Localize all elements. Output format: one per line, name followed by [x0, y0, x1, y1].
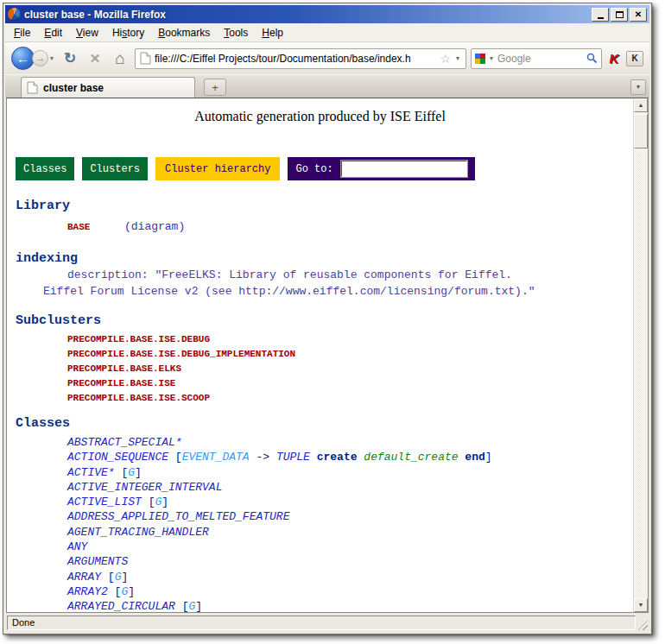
page-title: Automatic generation produced by ISE Eif… [7, 98, 633, 124]
k-extension-button[interactable]: K [626, 51, 643, 66]
search-engine-dropdown[interactable]: ▾ [488, 54, 495, 62]
class-link[interactable]: ADDRESS_APPLIED_TO_MELTED_FEATURE [67, 510, 289, 523]
class-list: ABSTRACT_SPECIAL*ACTION_SEQUENCE [EVENT_… [7, 435, 633, 612]
history-dropdown-button[interactable]: ▾ [48, 54, 55, 62]
clusters-nav-button[interactable]: Clusters [82, 157, 148, 180]
code-segment: ] [195, 600, 202, 612]
scrollbar-thumb[interactable] [634, 114, 648, 148]
forward-button[interactable]: → [32, 50, 48, 66]
scroll-down-button[interactable]: ▼ [634, 598, 648, 612]
code-segment: EVENT_DATA [182, 451, 250, 464]
firefox-window: cluster base - Mozilla Firefox ✕ FileEdi… [3, 3, 652, 635]
code-segment: [ [101, 571, 115, 584]
url-text[interactable]: file:///C:/Eiffel Projects/tour/Document… [155, 53, 436, 65]
kaspersky-icon[interactable]: K [606, 51, 622, 66]
maximize-icon [616, 11, 624, 18]
library-heading: Library [7, 199, 633, 213]
class-link[interactable]: ABSTRACT_SPECIAL* [67, 436, 182, 449]
class-link[interactable]: ARRAYED_CIRCULAR [67, 600, 175, 612]
back-button[interactable]: ← [11, 47, 35, 70]
goto-input[interactable] [341, 161, 467, 177]
class-link[interactable]: ACTIVE* [67, 466, 115, 479]
code-segment: [ [115, 466, 129, 479]
home-button[interactable]: ⌂ [110, 48, 130, 69]
menu-item[interactable]: Bookmarks [151, 24, 217, 41]
search-input[interactable] [497, 53, 584, 65]
goto-label: Go to: [295, 163, 332, 175]
reload-icon: ↻ [64, 49, 76, 67]
menu-item[interactable]: History [105, 24, 151, 41]
scrollbar-track[interactable] [634, 112, 648, 598]
back-forward-cluster: ← → ▾ [11, 47, 55, 70]
resize-grip[interactable] [636, 619, 648, 630]
magnifier-icon[interactable] [586, 53, 598, 64]
minimize-icon [598, 17, 604, 19]
minimize-button[interactable] [592, 8, 609, 22]
window-titlebar[interactable]: cluster base - Mozilla Firefox ✕ [5, 5, 649, 23]
cluster-hierarchy-nav-button[interactable]: Cluster hierarchy [155, 157, 280, 180]
scroll-up-button[interactable]: ▲ [634, 98, 648, 112]
close-icon: ✕ [635, 10, 642, 19]
google-icon[interactable] [475, 54, 485, 64]
class-link[interactable]: ARRAY [67, 571, 101, 584]
desktop-background: cluster base - Mozilla Firefox ✕ FileEdi… [0, 0, 665, 644]
vertical-scrollbar[interactable]: ▲ ▼ [633, 98, 648, 612]
status-text: Done [7, 616, 636, 630]
firefox-icon [8, 8, 21, 21]
menu-item[interactable]: View [69, 24, 105, 41]
reload-button[interactable]: ↻ [60, 48, 80, 69]
library-row: BASE (diagram) [7, 218, 633, 234]
page-content: Automatic generation produced by ISE Eif… [7, 98, 633, 612]
class-link[interactable]: ACTIVE_INTEGER_INTERVAL [67, 481, 222, 494]
class-list-item: ACTIVE_LIST [G] [7, 495, 633, 509]
tab-list-dropdown-button[interactable]: ▾ [630, 79, 646, 95]
library-name-link[interactable]: BASE [67, 222, 90, 232]
class-link[interactable]: ARGUMENTS [67, 555, 128, 568]
class-link[interactable]: ACTION_SEQUENCE [67, 451, 168, 464]
subcluster-link[interactable]: PRECOMPILE.BASE.ISE.DEBUG [7, 332, 633, 347]
code-segment: ] [162, 496, 168, 508]
code-segment: ] [135, 466, 142, 479]
tab-cluster-base[interactable]: cluster base [21, 77, 195, 98]
code-segment: ] [485, 451, 492, 464]
new-tab-button[interactable]: + [204, 79, 226, 96]
code-segment: default_create [364, 451, 458, 464]
class-list-item: ARRAY [G] [7, 570, 633, 584]
indexing-description-line1: description: "FreeELKS: Library of reusa… [7, 268, 633, 282]
page-icon [140, 52, 151, 65]
tab-page-icon [27, 81, 38, 94]
subcluster-link[interactable]: PRECOMPILE.BASE.ISE.SCOOP [7, 391, 633, 406]
class-list-item: AGENT_TRACING_HANDLER [7, 525, 633, 540]
code-segment: create [317, 451, 358, 464]
tab-label: cluster base [43, 82, 104, 94]
class-link[interactable]: ARRAY2 [67, 585, 108, 598]
indexing-description-line2: Eiffel Forum License v2 (see http://www.… [7, 285, 633, 299]
status-bar: Done [5, 613, 649, 632]
menu-item[interactable]: Help [255, 24, 290, 41]
menu-item[interactable]: File [7, 24, 37, 41]
navigation-toolbar: ← → ▾ ↻ ✕ ⌂ file:///C:/Eiffel Projects/t… [5, 42, 649, 74]
menu-item[interactable]: Edit [37, 24, 69, 41]
subcluster-link[interactable]: PRECOMPILE.BASE.ELKS [7, 362, 633, 376]
code-segment: ] [128, 585, 135, 598]
search-box[interactable]: ▾ [471, 48, 602, 69]
menu-item[interactable]: Tools [217, 24, 255, 41]
close-button[interactable]: ✕ [630, 8, 647, 22]
bookmark-star-icon[interactable]: ☆ [440, 53, 451, 65]
class-link[interactable]: ACTIVE_LIST [67, 496, 142, 508]
maximize-button[interactable] [611, 8, 628, 22]
class-link[interactable]: TUPLE [276, 451, 310, 464]
stop-button[interactable]: ✕ [85, 48, 105, 69]
urlbar-dropdown-button[interactable]: ▾ [454, 54, 461, 62]
class-link[interactable]: AGENT_TRACING_HANDLER [67, 526, 209, 539]
class-list-item: ABSTRACT_SPECIAL* [7, 435, 633, 450]
class-link[interactable]: ANY [67, 540, 87, 553]
menu-bar: FileEditViewHistoryBookmarksToolsHelp [5, 23, 649, 42]
code-segment: [ [175, 600, 189, 612]
classes-nav-button[interactable]: Classes [16, 157, 74, 180]
diagram-link[interactable]: (diagram) [124, 220, 185, 233]
location-bar[interactable]: file:///C:/Eiffel Projects/tour/Document… [135, 48, 466, 69]
subcluster-link[interactable]: PRECOMPILE.BASE.ISE.DEBUG_IMPLEMENTATION [7, 347, 633, 362]
subcluster-link[interactable]: PRECOMPILE.BASE.ISE [7, 376, 633, 391]
window-title: cluster base - Mozilla Firefox [24, 9, 588, 21]
